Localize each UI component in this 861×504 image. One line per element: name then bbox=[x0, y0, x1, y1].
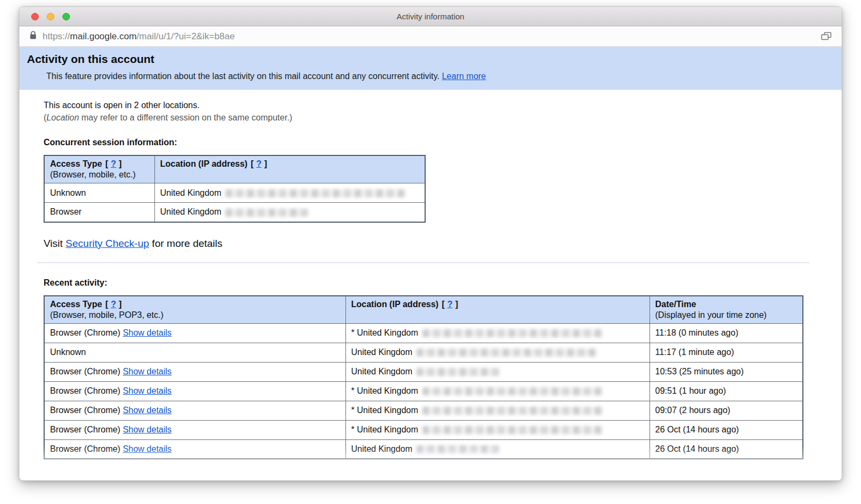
url-path: /mail/u/1/?ui=2&ik=b8ae bbox=[137, 31, 235, 41]
table-row: Browser United Kingdom bbox=[44, 203, 425, 222]
access-type-cell: Browser (Chrome) Show details bbox=[44, 362, 345, 381]
table-header-row: Access Type[?] (Browser, mobile, etc.) L… bbox=[44, 155, 425, 183]
bracket-open: [ bbox=[442, 300, 444, 309]
bracket-close: ] bbox=[119, 300, 122, 309]
traffic-lights bbox=[31, 13, 70, 20]
location-header: Location (IP address)[?] bbox=[154, 155, 425, 183]
datetime-cell: 26 Oct (14 hours ago) bbox=[650, 420, 803, 439]
bracket-open: [ bbox=[105, 159, 108, 168]
minimize-button[interactable] bbox=[47, 13, 54, 20]
access-type-header: Access Type[?] (Browser, mobile, etc.) bbox=[44, 155, 154, 183]
location-text: * United Kingdom bbox=[351, 425, 419, 434]
table-row: Browser (Chrome) Show details United Kin… bbox=[44, 362, 803, 381]
access-text: Browser (Chrome) bbox=[50, 367, 121, 376]
main-content: This account is open in 2 other location… bbox=[19, 90, 842, 459]
access-type-cell: Browser bbox=[44, 203, 154, 222]
access-type-help-link[interactable]: ? bbox=[111, 159, 116, 168]
access-type-subtitle: (Browser, mobile, etc.) bbox=[50, 170, 149, 180]
datetime-cell: 10:53 (25 minutes ago) bbox=[650, 362, 803, 381]
location-text: * United Kingdom bbox=[351, 406, 419, 415]
show-details-link[interactable]: Show details bbox=[123, 444, 172, 453]
recent-activity-heading: Recent activity: bbox=[44, 278, 820, 288]
access-type-cell: Browser (Chrome) Show details bbox=[44, 381, 345, 401]
banner-description: This feature provides information about … bbox=[46, 72, 834, 81]
section-divider bbox=[37, 262, 809, 263]
learn-more-link[interactable]: Learn more bbox=[442, 72, 486, 81]
datetime-cell: 09:51 (1 hour ago) bbox=[650, 381, 803, 401]
location-text: United Kingdom bbox=[160, 188, 222, 197]
redacted-ip bbox=[225, 209, 309, 217]
window-titlebar[interactable]: Activity information bbox=[19, 7, 842, 26]
access-text: Browser (Chrome) bbox=[50, 328, 121, 337]
access-type-title: Access Type bbox=[50, 159, 102, 168]
access-type-help-link[interactable]: ? bbox=[111, 300, 116, 309]
access-text: Unknown bbox=[50, 347, 86, 357]
location-cell: * United Kingdom bbox=[345, 323, 650, 343]
security-checkup-line: Visit Security Check-up for more details bbox=[44, 238, 820, 250]
page-title: Activity on this account bbox=[27, 53, 834, 66]
show-details-link[interactable]: Show details bbox=[123, 406, 172, 415]
security-checkup-link[interactable]: Security Check-up bbox=[66, 238, 149, 249]
show-details-link[interactable]: Show details bbox=[123, 386, 172, 395]
concurrent-heading: Concurrent session information: bbox=[44, 138, 820, 147]
window-title: Activity information bbox=[19, 7, 842, 26]
desktop: Activity information https://mail.google… bbox=[0, 0, 861, 504]
location-text: United Kingdom bbox=[351, 367, 413, 376]
datetime-cell: 09:07 (2 hours ago) bbox=[650, 401, 803, 420]
location-cell: United Kingdom bbox=[345, 362, 650, 381]
location-title: Location (IP address) bbox=[351, 300, 439, 309]
url-host: mail.google.com bbox=[70, 31, 137, 41]
datetime-cell: 11:17 (1 minute ago) bbox=[650, 343, 803, 362]
url-protocol: https:// bbox=[43, 31, 70, 41]
redacted-ip bbox=[422, 387, 603, 395]
bracket-close: ] bbox=[455, 300, 458, 309]
datetime-cell: 26 Oct (14 hours ago) bbox=[650, 439, 803, 459]
redacted-ip bbox=[225, 189, 406, 197]
zoom-button[interactable] bbox=[62, 13, 70, 20]
location-text: * United Kingdom bbox=[351, 386, 419, 395]
location-text: United Kingdom bbox=[351, 347, 413, 357]
location-cell: * United Kingdom bbox=[345, 401, 650, 420]
access-type-cell: Unknown bbox=[44, 343, 345, 362]
datetime-cell: 11:18 (0 minutes ago) bbox=[650, 323, 803, 343]
close-button[interactable] bbox=[31, 13, 39, 20]
windows-icon[interactable] bbox=[821, 32, 832, 41]
table-row: Browser (Chrome) Show details * United K… bbox=[44, 323, 803, 343]
lock-icon[interactable] bbox=[29, 31, 37, 42]
location-header: Location (IP address)[?] bbox=[345, 296, 650, 324]
url-bar[interactable]: https://mail.google.com/mail/u/1/?ui=2&i… bbox=[19, 26, 842, 47]
location-cell: * United Kingdom bbox=[345, 420, 650, 439]
location-help-link[interactable]: ? bbox=[447, 300, 453, 309]
location-note: (Location may refer to a different sessi… bbox=[44, 113, 820, 123]
url-address[interactable]: https://mail.google.com/mail/u/1/?ui=2&i… bbox=[43, 31, 815, 42]
location-help-link[interactable]: ? bbox=[256, 159, 262, 168]
location-cell: * United Kingdom bbox=[345, 381, 650, 401]
location-cell: United Kingdom bbox=[345, 439, 650, 459]
access-type-cell: Unknown bbox=[44, 183, 154, 203]
location-cell: United Kingdom bbox=[154, 183, 425, 203]
show-details-link[interactable]: Show details bbox=[123, 328, 172, 337]
table-row: Browser (Chrome) Show details * United K… bbox=[44, 420, 803, 439]
access-type-title: Access Type bbox=[50, 300, 102, 309]
open-locations-line: This account is open in 2 other location… bbox=[44, 101, 820, 110]
location-cell: United Kingdom bbox=[154, 203, 425, 222]
location-title: Location (IP address) bbox=[160, 159, 248, 168]
redacted-ip bbox=[422, 407, 603, 415]
datetime-header: Date/Time (Displayed in your time zone) bbox=[650, 296, 803, 324]
activity-banner: Activity on this account This feature pr… bbox=[19, 47, 842, 90]
redacted-ip bbox=[422, 329, 603, 337]
location-text: United Kingdom bbox=[160, 207, 222, 216]
recent-activity-table: Access Type[?] (Browser, mobile, POP3, e… bbox=[44, 295, 803, 460]
access-type-header: Access Type[?] (Browser, mobile, POP3, e… bbox=[44, 296, 345, 324]
table-row: Browser (Chrome) Show details United Kin… bbox=[44, 439, 803, 459]
access-type-cell: Browser (Chrome) Show details bbox=[44, 420, 345, 439]
show-details-link[interactable]: Show details bbox=[123, 367, 172, 376]
location-text: United Kingdom bbox=[351, 444, 413, 453]
browser-window: Activity information https://mail.google… bbox=[19, 6, 842, 481]
table-row: Browser (Chrome) Show details * United K… bbox=[44, 401, 803, 420]
location-text: * United Kingdom bbox=[351, 328, 419, 337]
access-type-subtitle: (Browser, mobile, POP3, etc.) bbox=[50, 310, 340, 320]
show-details-link[interactable]: Show details bbox=[123, 425, 172, 434]
datetime-title: Date/Time bbox=[655, 300, 798, 309]
visit-pre: Visit bbox=[44, 238, 66, 249]
